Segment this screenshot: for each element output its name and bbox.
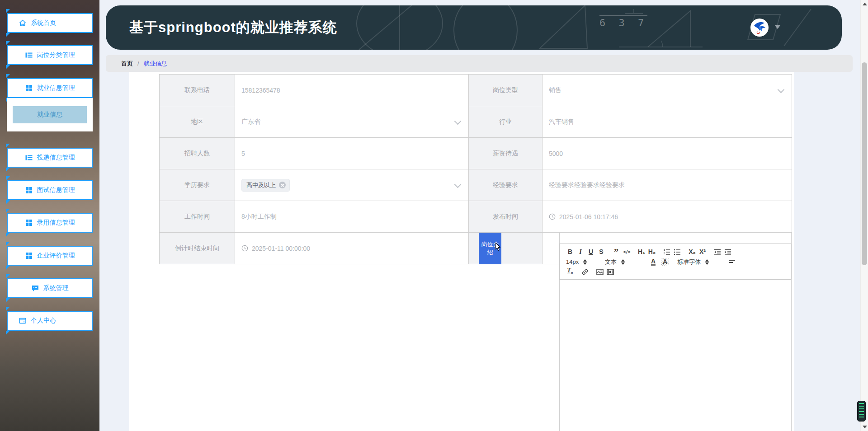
subscript-button[interactable]: X₂ [688,247,696,257]
breadcrumb-current[interactable]: 就业信息 [144,60,167,68]
breadcrumb-separator: / [137,60,139,67]
field-label-education: 学历要求 [160,169,235,201]
toolbar-row-1: B I U S ” </> H₁ H₂ X₂ X² [566,247,785,257]
phone-input[interactable]: 15812365478 [235,75,469,106]
bullet-list-icon[interactable] [673,248,681,256]
message-icon [31,284,39,292]
grid-icon [25,252,33,260]
field-label-salary: 薪资待遇 [469,138,542,169]
form-row: 联系电话 15812365478 岗位类型 销售 [160,75,792,106]
headcount-input[interactable]: 5 [235,138,469,169]
strikethrough-button[interactable]: S [597,247,605,257]
align-icon[interactable] [728,258,736,266]
sidebar-submenu-panel: 就业信息 [7,98,93,131]
outdent-icon[interactable] [713,248,722,256]
field-label-phone: 联系电话 [160,75,235,106]
education-multiselect[interactable]: 高中及以上 [235,169,469,201]
heading1-button[interactable]: H₁ [637,247,646,257]
clear-format-button[interactable]: Tx [566,266,574,278]
text-color-button[interactable]: A [651,258,656,266]
bold-button[interactable]: B [566,247,574,257]
education-tag: 高中及以上 [241,179,290,192]
toolbar-row-3: Tx [566,267,785,276]
sidebar-item-employment-info-mgmt[interactable]: 就业信息管理 [7,78,93,98]
font-family-select[interactable]: 标准字体 [677,258,721,267]
sidebar-item-home[interactable]: 系统首页 [7,13,93,33]
avatar[interactable] [750,19,769,37]
job-type-select[interactable]: 销售 [542,75,792,106]
form-row: 学历要求 高中及以上 经验要求 经验要求经验要求经验要求 [160,169,792,201]
tag-close-icon[interactable] [279,182,286,188]
sidebar-subitem-employment-info[interactable]: 就业信息 [13,106,87,123]
employment-info-form: 联系电话 15812365478 岗位类型 销售 地区 广东省 行业 汽车销售 … [159,74,792,264]
sidebar-item-hiring-info-mgmt[interactable]: 录用信息管理 [7,213,93,233]
code-block-button[interactable]: </> [623,247,631,257]
home-icon [19,19,27,27]
chevron-down-icon [454,181,462,188]
font-size-select[interactable]: 14px [566,258,599,267]
grid-icon [25,219,33,227]
indent-icon[interactable] [724,248,732,256]
rich-editor-content[interactable] [560,280,791,431]
field-label-region: 地区 [160,106,235,138]
sidebar-item-company-review-mgmt[interactable]: 企业评价管理 [7,246,93,266]
ordered-list-icon[interactable] [663,248,671,256]
page-title: 基于springboot的就业推荐系统 [129,18,337,37]
sidebar-item-label: 系统首页 [31,19,56,27]
scroll-up-arrow-icon[interactable] [863,3,867,5]
field-label-headcount: 招聘人数 [160,138,235,169]
heading2-button[interactable]: H₂ [648,247,656,257]
sidebar-item-job-category[interactable]: 岗位分类管理 [7,45,93,65]
image-icon[interactable] [596,268,604,276]
sidebar-subitem-label: 就业信息 [37,111,62,119]
highlight-color-button[interactable]: A [661,258,669,266]
sidebar-item-label: 系统管理 [43,284,69,292]
publish-time-picker[interactable]: 2025-01-06 10:17:46 [542,201,792,233]
chalkboard-numbers: 6 3 7 [599,15,647,28]
blockquote-button[interactable]: ” [612,249,620,255]
sidebar-item-label: 面试信息管理 [37,186,75,194]
field-label-job-description: 岗位介绍 [469,233,542,264]
superscript-button[interactable]: X² [698,247,707,257]
industry-input[interactable]: 汽车销售 [542,106,792,138]
sidebar-item-interview-info-mgmt[interactable]: 面试信息管理 [7,180,93,200]
link-icon[interactable] [581,268,589,276]
region-select[interactable]: 广东省 [235,106,469,138]
field-label-experience: 经验要求 [469,169,542,201]
sidebar-item-personal-center[interactable]: 个人中心 [7,311,93,331]
countdown-end-picker[interactable]: 2025-01-11 00:00:00 [235,233,469,264]
sidebar-item-label: 就业信息管理 [37,84,75,92]
job-description-cell-gap [542,233,559,264]
page-scrollbar[interactable] [860,0,868,431]
breadcrumb-home[interactable]: 首页 [121,60,133,68]
underline-button[interactable]: U [587,247,595,257]
recorder-indicator-widget[interactable] [857,401,866,422]
sidebar-item-label: 录用信息管理 [37,219,75,227]
job-description-label-selected: 岗位介绍 [479,233,501,264]
video-icon[interactable] [606,268,614,276]
rich-editor-toolbar: B I U S ” </> H₁ H₂ X₂ X² [559,244,792,280]
sidebar-item-system-mgmt[interactable]: 系统管理 [7,278,93,298]
mouse-cursor-icon [495,243,501,251]
clock-icon [241,245,248,252]
sidebar-item-delivery-info-mgmt[interactable]: 投递信息管理 [7,148,93,168]
updown-caret-icon [621,258,625,267]
field-label-industry: 行业 [469,106,542,138]
clock-icon [549,213,556,220]
sidebar-item-label: 个人中心 [31,317,56,325]
scroll-down-arrow-icon[interactable] [863,426,867,428]
work-hours-input[interactable]: 8小时工作制 [235,201,469,233]
text-style-select[interactable]: 文本 [605,258,645,267]
field-label-job-type: 岗位类型 [469,75,542,106]
scrollbar-thumb[interactable] [862,62,867,265]
field-label-work-hours: 工作时间 [160,201,235,233]
app-header: 6 3 7 基于springboot的就业推荐系统 [106,5,842,50]
category-list-icon [25,51,33,59]
sidebar-item-label: 投递信息管理 [37,154,75,162]
italic-button[interactable]: I [576,247,585,257]
salary-input[interactable]: 5000 [542,138,792,169]
field-label-publish-time: 发布时间 [469,201,542,233]
chevron-down-icon [454,117,462,125]
user-menu-caret-icon[interactable] [775,25,780,29]
experience-input[interactable]: 经验要求经验要求经验要求 [542,169,792,201]
